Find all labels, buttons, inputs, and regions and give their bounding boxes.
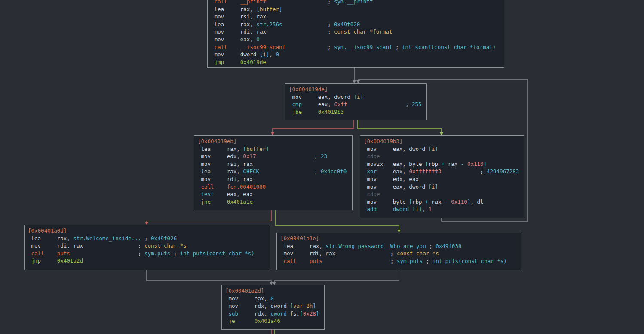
edge-false-0x004019de-to-0x004019eb (273, 120, 354, 133)
basic-block-0x00401a2d[interactable]: [0x00401a2d] mov eax, 0 mov rdx, qword [… (221, 285, 325, 330)
basic-block-0x004019b3[interactable]: [0x004019b3] mov eax, dword [i] cdqe mov… (360, 135, 524, 218)
asm-line: mov rdi, rax ; const char *s (28, 242, 270, 250)
asm-line: mov rdx, qword [var_8h] (225, 302, 324, 310)
edge-false-0x004019de-to-0x004019eb-arrowhead (271, 132, 274, 135)
basic-block-entry[interactable]: call __printf ; sym.__printf lea rax, [b… (207, 0, 504, 68)
asm-line: je 0x401a46 (225, 317, 324, 325)
asm-line: mov edx, 0x17 ; 23 (198, 153, 352, 160)
asm-line: add dword [i], 1 (364, 205, 524, 213)
edge-0x00401a0d-to-0x00401a2d-arrowhead (270, 282, 273, 285)
block-header: [0x004019b3] (364, 138, 524, 145)
asm-line: mov rsi, rax (198, 160, 352, 168)
edge-0x00401a1e-to-0x00401a2d (274, 270, 399, 282)
asm-line: test eax, eax (198, 190, 352, 198)
asm-line: mov eax, dword [i] (289, 93, 426, 101)
asm-line: lea rax, str.256s ; 0x49f020 (211, 21, 504, 28)
asm-line: mov eax, 0 (211, 36, 504, 43)
asm-line: mov edx, eax (364, 175, 524, 183)
asm-line: jbe 0x4019b3 (289, 108, 426, 116)
block-header: [0x00401a0d] (28, 227, 270, 235)
block-header: [0x004019de] (289, 86, 426, 93)
edge-true-0x004019eb-to-0x00401a1e-arrowhead (397, 230, 401, 233)
edge-0x00401a1e-to-0x00401a2d-arrowhead (273, 282, 276, 285)
asm-line: mov rdi, rax ; const char *s (280, 250, 521, 257)
asm-line: call fcn.00401080 (198, 183, 352, 191)
asm-line: cdqe (364, 153, 524, 160)
asm-line: jmp 0x401a2d (28, 257, 270, 265)
asm-line: mov dword [i], 0 (211, 51, 504, 58)
asm-line: xor eax, 0xfffffff3 ; 4294967283 (364, 168, 524, 175)
asm-line: mov rsi, rax (211, 13, 504, 21)
edge-true-0x004019de-to-0x004019b3 (358, 120, 442, 133)
asm-line: movzx eax, byte [rbp + rax - 0x110] (364, 160, 524, 168)
asm-line: lea rax, [buffer] (211, 6, 504, 13)
asm-line: cmp eax, 0xff ; 255 (289, 101, 426, 108)
asm-line: mov eax, 0 (225, 295, 324, 303)
edge-false-0x004019eb-to-0x00401a0d-arrowhead (145, 222, 148, 225)
basic-block-0x00401a0d[interactable]: [0x00401a0d] lea rax, str.Welcome_inside… (24, 225, 270, 270)
asm-line: call __isoc99_scanf ; sym.__isoc99_scanf… (211, 43, 504, 51)
asm-line: cdqe (364, 190, 524, 198)
asm-line: mov eax, dword [i] (364, 145, 524, 153)
basic-block-0x00401a1e[interactable]: [0x00401a1e] lea rax, str.Wrong_password… (276, 233, 521, 270)
asm-line: mov eax, dword [i] (364, 183, 524, 191)
asm-line: jne 0x401a1e (198, 198, 352, 206)
asm-line: mov byte [rbp + rax - 0x110], dl (364, 198, 524, 206)
asm-line: call __printf ; sym.__printf (211, 0, 504, 6)
edge-0x00401a0d-to-0x00401a2d (147, 270, 271, 282)
edge-true-0x004019de-to-0x004019b3-arrowhead (440, 132, 443, 135)
basic-block-0x004019eb[interactable]: [0x004019eb] lea rax, [buffer] mov edx, … (194, 135, 353, 210)
asm-line: lea rax, str.Wrong_password__Who_are_you… (280, 242, 521, 250)
asm-line: lea rax, str.Welcome_inside... ; 0x49f02… (28, 235, 270, 242)
asm-line: call puts ; sym.puts ; int puts(const ch… (280, 257, 521, 265)
edge-loop-0x004019b3-to-0x004019de-arrowhead (356, 80, 360, 83)
edge-entry-to-0x004019de-arrowhead (353, 80, 356, 83)
asm-line: lea rax, CHECK ; 0x4cc0f0 (198, 168, 352, 175)
asm-line: jmp 0x4019de (211, 58, 504, 66)
asm-line: mov rdi, rax (198, 175, 352, 183)
asm-line: call puts ; sym.puts ; int puts(const ch… (28, 250, 270, 257)
block-header: [0x00401a2d] (225, 287, 324, 295)
graph-canvas[interactable]: call __printf ; sym.__printf lea rax, [b… (0, 0, 644, 334)
basic-block-0x004019de[interactable]: [0x004019de] mov eax, dword [i] cmp eax,… (285, 83, 427, 120)
block-header: [0x00401a1e] (280, 235, 521, 242)
asm-line: lea rax, [buffer] (198, 145, 352, 153)
edge-false-0x004019eb-to-0x00401a0d (147, 210, 271, 222)
asm-line: mov rdi, rax ; const char *format (211, 28, 504, 36)
block-header: [0x004019eb] (198, 138, 352, 145)
asm-line: sub rdx, qword fs:[0x28] (225, 310, 324, 318)
